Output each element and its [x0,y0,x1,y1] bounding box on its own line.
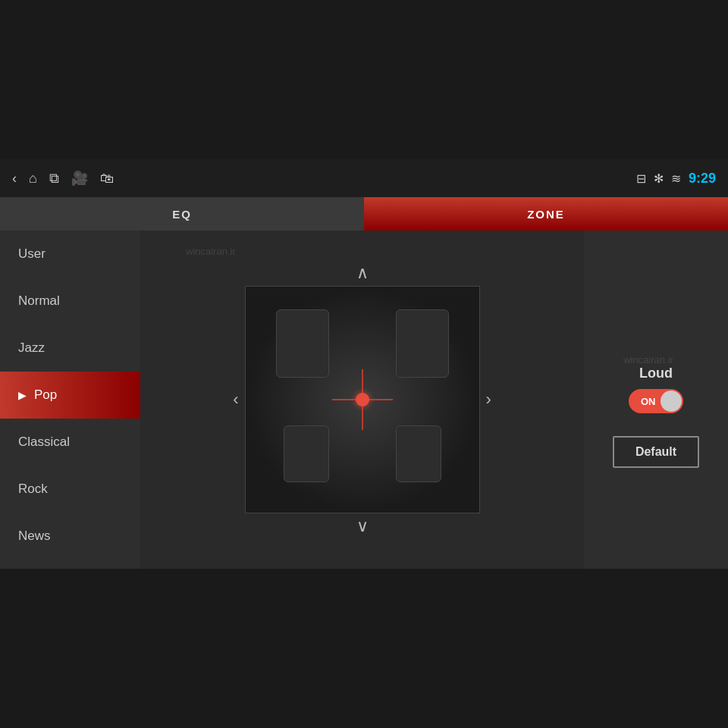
sidebar-label-normal: Normal [18,293,60,309]
sidebar-item-jazz[interactable]: Jazz [0,325,140,372]
main-content: User Normal Jazz ▶ Pop Classical Rock Ne… [0,231,728,569]
sidebar-label-user: User [18,246,46,262]
seat-front-left [276,309,329,378]
sidebar-item-classical[interactable]: Classical [0,419,140,466]
sidebar: User Normal Jazz ▶ Pop Classical Rock Ne… [0,231,140,569]
seat-front-right [396,309,449,378]
default-button[interactable]: Default [613,436,699,468]
clock: 9:29 [689,171,716,187]
sidebar-item-normal[interactable]: Normal [0,278,140,325]
sidebar-label-rock: Rock [18,482,48,497]
toggle-container: ON [629,389,683,413]
home-button[interactable]: ⌂ [29,171,37,187]
zone-row: ‹ › [233,286,491,513]
seat-rear-right [396,425,441,482]
arrow-down-button[interactable]: ∨ [356,518,369,535]
sidebar-label-pop: Pop [34,388,57,403]
seat-rear-left [284,425,329,482]
toggle-on-label: ON [641,396,656,407]
sidebar-item-user[interactable]: User [0,231,140,278]
status-right: ⊟ ✻ ≋ 9:29 [636,171,716,187]
tab-zone[interactable]: ZONE [364,197,728,231]
arrow-left-button[interactable]: ‹ [233,390,238,410]
status-bar: ‹ ⌂ ⧉ 🎥 🛍 ⊟ ✻ ≋ 9:29 [0,159,728,197]
watermark-1: wincairan.ir [186,246,236,257]
crosshair-dot [356,393,369,406]
watermark-3: wincairan.ir [623,354,673,366]
sidebar-label-jazz: Jazz [18,340,45,356]
sidebar-label-news: News [18,529,51,544]
bag-button[interactable]: 🛍 [100,171,114,187]
toggle-thumb [661,391,682,412]
sidebar-item-news[interactable]: News [0,513,140,560]
arrow-right-button[interactable]: › [486,390,491,410]
bluetooth-icon: ✻ [654,171,664,186]
loud-section: Loud ON [629,366,683,413]
tab-bar: EQ ZONE [0,197,728,231]
right-panel: wincairan.ir Loud ON Default [584,231,728,569]
wifi-icon: ≋ [671,171,681,186]
main-screen: ‹ ⌂ ⧉ 🎥 🛍 ⊟ ✻ ≋ 9:29 EQ ZONE User Normal… [0,159,728,569]
sidebar-item-pop[interactable]: ▶ Pop [0,372,140,419]
loud-toggle[interactable]: ON [629,389,683,413]
zone-panel[interactable] [245,286,480,513]
loud-label: Loud [639,366,673,381]
windows-button[interactable]: ⧉ [49,171,59,187]
center-area: wincairan.ir wincairan.ir ∧ ‹ [140,231,584,569]
sidebar-item-rock[interactable]: Rock [0,466,140,513]
tab-eq[interactable]: EQ [0,197,364,231]
cast-icon: ⊟ [636,171,646,186]
back-button[interactable]: ‹ [12,171,17,187]
play-icon: ▶ [18,389,27,401]
arrow-up-button[interactable]: ∧ [356,265,369,281]
camera-button[interactable]: 🎥 [71,170,88,187]
sidebar-label-classical: Classical [18,435,70,450]
